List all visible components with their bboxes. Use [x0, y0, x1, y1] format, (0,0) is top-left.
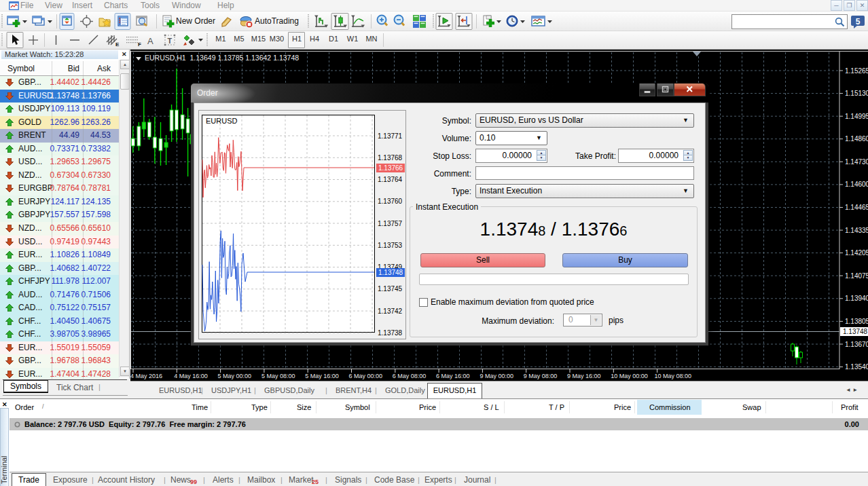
svg-text:1.14205: 1.14205	[845, 249, 868, 257]
svg-text:10 May 00:00: 10 May 00:00	[611, 373, 648, 379]
svg-text:1.13745: 1.13745	[378, 285, 403, 293]
svg-text:1.13764: 1.13764	[378, 176, 403, 183]
svg-text:1.14335: 1.14335	[845, 227, 868, 234]
svg-text:1.15130: 1.15130	[845, 90, 868, 97]
svg-text:4 May 16:00: 4 May 16:00	[174, 373, 208, 379]
svg-text:10 May 08:00: 10 May 08:00	[655, 373, 692, 379]
svg-text:1.13753: 1.13753	[378, 242, 403, 249]
svg-text:1.14465: 1.14465	[845, 204, 868, 211]
svg-text:4 May 2016: 4 May 2016	[130, 373, 162, 379]
svg-text:6 May 08:00: 6 May 08:00	[393, 373, 427, 379]
svg-text:1.13742: 1.13742	[378, 307, 403, 315]
svg-text:1.13760: 1.13760	[378, 198, 403, 205]
svg-text:Terminal: Terminal	[0, 455, 8, 484]
svg-text:1.15265: 1.15265	[845, 67, 868, 75]
svg-text:1.13757: 1.13757	[378, 220, 403, 227]
svg-text:T: T	[168, 37, 173, 45]
svg-text:1.13738: 1.13738	[378, 329, 403, 337]
svg-text:1.13748: 1.13748	[843, 328, 868, 335]
svg-text:6 May 00:00: 6 May 00:00	[349, 373, 383, 379]
svg-text:1.13940: 1.13940	[845, 295, 868, 302]
svg-text:9 May 00:00: 9 May 00:00	[480, 373, 513, 379]
svg-text:1.13771: 1.13771	[378, 132, 403, 140]
svg-text:1.14600: 1.14600	[845, 181, 868, 188]
svg-text:1.14860: 1.14860	[845, 135, 868, 143]
svg-text:EURUSD,H1 1.13649 1.13785 1.1: EURUSD,H1 1.13649 1.13785 1.13642 1.1374…	[145, 54, 299, 62]
svg-text:1.13768: 1.13768	[378, 154, 403, 162]
svg-text:1.14995: 1.14995	[845, 113, 868, 120]
svg-text:EURUSD: EURUSD	[206, 117, 238, 125]
svg-text:9 May 08:00: 9 May 08:00	[524, 373, 558, 379]
svg-text:1.13766: 1.13766	[378, 164, 403, 172]
svg-text:6 May 16:00: 6 May 16:00	[436, 373, 470, 379]
svg-text:5 May 08:00: 5 May 08:00	[261, 373, 295, 379]
svg-text:1.14075: 1.14075	[845, 272, 868, 280]
svg-text:5 May 00:00: 5 May 00:00	[218, 373, 252, 379]
svg-text:1.13748: 1.13748	[378, 269, 403, 276]
svg-text:1.13670: 1.13670	[845, 341, 868, 348]
svg-text:E: E	[115, 41, 120, 48]
svg-text:F: F	[138, 41, 141, 48]
svg-text:5: 5	[856, 17, 861, 26]
svg-text:1.13805: 1.13805	[845, 318, 868, 325]
svg-text:9 May 16:00: 9 May 16:00	[567, 373, 601, 379]
svg-text:5 May 16:00: 5 May 16:00	[305, 373, 339, 379]
svg-text:1.14730: 1.14730	[845, 158, 868, 166]
svg-text:A: A	[147, 36, 153, 46]
